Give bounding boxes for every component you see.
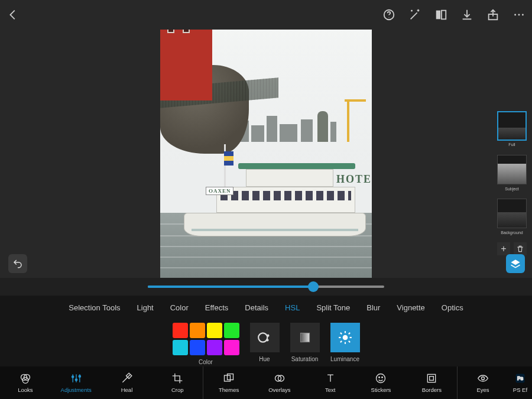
tool-label: Looks [18,387,33,393]
tool-label: Eyes [477,387,489,393]
tool-heal[interactable]: Heal [102,366,153,399]
adjust-cat-split-tone[interactable]: Split Tone [316,303,350,312]
svg-point-5 [514,14,516,16]
svg-rect-3 [442,11,446,20]
compare-icon[interactable] [434,8,448,22]
color-swatch-3[interactable] [224,323,239,338]
color-swatch-5[interactable] [190,340,205,355]
tool-stickers[interactable]: Stickers [356,366,407,399]
svg-point-10 [266,339,268,341]
color-swatch-4[interactable] [173,340,188,355]
luminance-slider[interactable] [148,286,384,288]
hsl-controls: Color Hue Saturation Luminance [0,319,532,366]
tool-label: Adjustments [61,387,92,393]
saturation-label: Saturation [291,356,319,362]
adjust-cat-blur[interactable]: Blur [366,303,380,312]
tool-looks[interactable]: Looks [0,366,51,399]
svg-point-12 [342,335,348,340]
adjust-cat-selection-tools[interactable]: Selection Tools [69,303,120,312]
hue-label: Hue [259,356,270,362]
color-swatch-7[interactable] [224,340,239,355]
color-label: Color [199,359,213,365]
svg-rect-39 [430,377,434,381]
svg-point-9 [267,335,269,337]
svg-point-25 [72,376,73,378]
svg-line-19 [340,341,341,342]
photo-preview[interactable]: OAXEN HOTE [160,0,372,278]
tool-label: Text [325,387,335,393]
top-toolbar [0,0,532,30]
mask-add-button[interactable]: + [497,242,510,255]
svg-point-35 [377,374,385,383]
layers-button[interactable] [506,254,525,273]
auto-enhance-icon[interactable] [408,8,422,22]
tool-text[interactable]: Text [305,366,356,399]
saturation-tile[interactable] [290,323,320,352]
color-swatch-block: Color [173,323,239,365]
tool-adjustments[interactable]: Adjustments [51,366,102,399]
adjustment-category-tabs: Selection ToolsLightColorEffectsDetailsH… [0,296,532,319]
svg-point-1 [388,17,389,18]
tool-themes[interactable]: Themes [203,366,254,399]
tool-label: Overlays [268,387,290,393]
mask-label: Full [498,142,525,147]
tool-label: Heal [121,387,133,393]
color-swatch-2[interactable] [207,323,222,338]
mask-thumb-full[interactable]: Full [497,111,527,141]
adjust-cat-hsl[interactable]: HSL [285,303,300,312]
bottom-toolbar: LooksAdjustmentsHealCropThemesOverlaysTe… [0,366,532,399]
boat-side-text: HOTE [336,173,372,186]
svg-point-37 [382,377,383,378]
svg-point-40 [482,377,485,380]
svg-text:Ps: Ps [517,375,524,381]
help-icon[interactable] [382,8,396,22]
download-icon[interactable] [460,8,474,22]
adjust-cat-details[interactable]: Details [245,303,268,312]
adjust-cat-vignette[interactable]: Vignette [397,303,424,312]
canvas-area: OAXEN HOTE [0,0,532,278]
svg-point-7 [522,14,524,16]
svg-point-8 [258,333,267,342]
more-icon[interactable] [512,8,526,22]
tool-crop[interactable]: Crop [152,366,203,399]
color-swatch-0[interactable] [173,323,188,338]
adjust-cat-light[interactable]: Light [137,303,154,312]
mask-delete-button[interactable] [514,242,527,255]
boat: OAXEN HOTE [184,154,366,236]
svg-point-29 [79,375,80,377]
color-swatch-1[interactable] [190,323,205,338]
undo-button[interactable] [8,254,27,273]
mask-thumb-background[interactable]: Background [497,199,527,228]
adjust-cat-color[interactable]: Color [170,303,189,312]
svg-rect-11 [300,333,309,342]
svg-point-27 [75,379,77,381]
mask-label: Background [498,231,526,235]
photo-editor-app: OAXEN HOTE [0,0,532,399]
svg-rect-38 [428,374,436,382]
tool-label: Themes [219,387,239,393]
svg-line-17 [340,333,341,334]
boat-sign: OAXEN [206,187,234,195]
mask-thumb-subject[interactable]: Subject [497,155,527,184]
mask-panel: Full Subject Background + [495,111,528,255]
luminance-block: Luminance [330,323,360,362]
tool-overlays[interactable]: Overlays [254,366,305,399]
hue-tile[interactable] [250,323,280,352]
share-icon[interactable] [486,8,500,22]
tool-psef[interactable]: PsPS Ef [508,366,532,399]
tool-borders[interactable]: Borders [406,366,457,399]
color-swatch-6[interactable] [207,340,222,355]
adjust-cat-effects[interactable]: Effects [205,303,229,312]
back-button[interactable] [6,8,20,22]
tool-eyes[interactable]: Eyes [458,366,508,399]
hue-block: Hue [250,323,280,362]
tool-label: Crop [171,387,184,393]
luminance-label: Luminance [330,356,359,362]
luminance-tile[interactable] [330,323,360,352]
svg-line-20 [348,333,349,334]
mask-label: Subject [498,187,526,191]
tool-label: PS Ef [513,387,527,393]
svg-point-36 [379,377,380,378]
adjust-cat-optics[interactable]: Optics [442,303,463,312]
saturation-block: Saturation [290,323,320,362]
